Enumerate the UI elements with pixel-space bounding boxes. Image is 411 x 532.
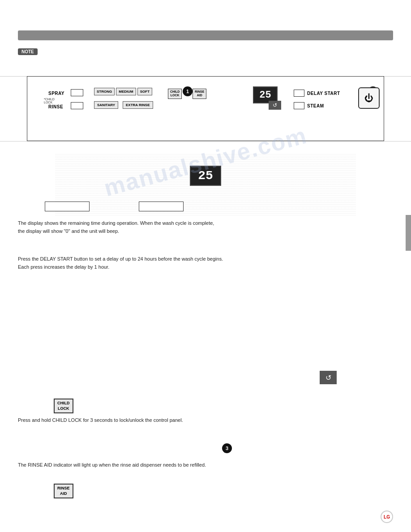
spray-button[interactable] xyxy=(71,89,83,96)
panel-line-bottom-ext xyxy=(0,141,411,142)
cycle-icon-panel[interactable]: ↺ xyxy=(269,101,281,110)
rinse-aid-btn-label: RINSE AID xyxy=(193,89,206,99)
extra-rinse-button[interactable]: EXTRA RINSE xyxy=(123,101,153,109)
wash-buttons-group: STRONG MEDIUM SOFT xyxy=(94,88,152,95)
sanitary-button[interactable]: SANITARY xyxy=(94,101,118,109)
large-display: 25 xyxy=(190,166,221,186)
soft-button[interactable]: SOFT xyxy=(137,88,152,95)
rinse-aid-panel-label: RINSE AID xyxy=(193,89,206,99)
rect-right xyxy=(139,202,184,211)
child-lock-btn-label: CHILD LOCK xyxy=(168,89,182,99)
rinse-aid-badge: RINSE AID xyxy=(54,484,73,498)
spray-label: SPRAY xyxy=(48,91,64,96)
steam-area: STEAM xyxy=(294,102,324,109)
cycle-icon-large[interactable]: ↺ xyxy=(320,371,337,384)
power-button[interactable]: ⏻ xyxy=(358,87,380,109)
steam-button[interactable] xyxy=(294,102,304,109)
note-label: NOTE xyxy=(18,48,38,55)
rinse-label: RINSE xyxy=(48,104,63,109)
bullet-3: 3 xyxy=(222,443,232,453)
header-bar xyxy=(18,30,393,40)
right-tab xyxy=(406,215,411,251)
delay-start-button[interactable] xyxy=(294,90,304,97)
child-lock-badge: CHILD LOCK xyxy=(54,399,73,413)
body-text-2: Press the DELAY START button to set a de… xyxy=(18,255,386,271)
child-lock-note: *CHILD LOCK xyxy=(44,98,55,104)
delay-start-label: DELAY START xyxy=(307,91,340,96)
rect-left xyxy=(45,202,90,211)
delay-start-area: DELAY START xyxy=(294,90,340,97)
bottom-buttons-group: SANITARY EXTRA RINSE xyxy=(94,101,153,109)
child-lock-panel-label: CHILD LOCK xyxy=(168,89,182,99)
body-text-1: The display shows the remaining time dur… xyxy=(18,219,386,235)
body-text-4: The RINSE AID indicator will light up wh… xyxy=(18,461,386,469)
steam-label: STEAM xyxy=(307,103,324,108)
medium-button[interactable]: MEDIUM xyxy=(116,88,136,95)
strong-button[interactable]: STRONG xyxy=(94,88,115,95)
rinse-button[interactable] xyxy=(71,102,83,109)
lg-logo: LG xyxy=(381,511,393,523)
body-text-3: Press and hold CHILD LOCK for 3 seconds … xyxy=(18,416,386,425)
